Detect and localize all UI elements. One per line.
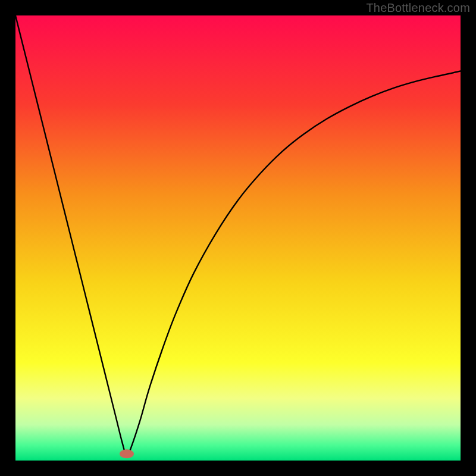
chart-svg [15, 15, 461, 461]
chart-background [15, 15, 461, 461]
chart-plot-area [15, 15, 461, 461]
chart-frame: TheBottleneck.com [0, 0, 476, 476]
chart-min-marker [120, 449, 134, 458]
watermark-text: TheBottleneck.com [366, 1, 470, 15]
